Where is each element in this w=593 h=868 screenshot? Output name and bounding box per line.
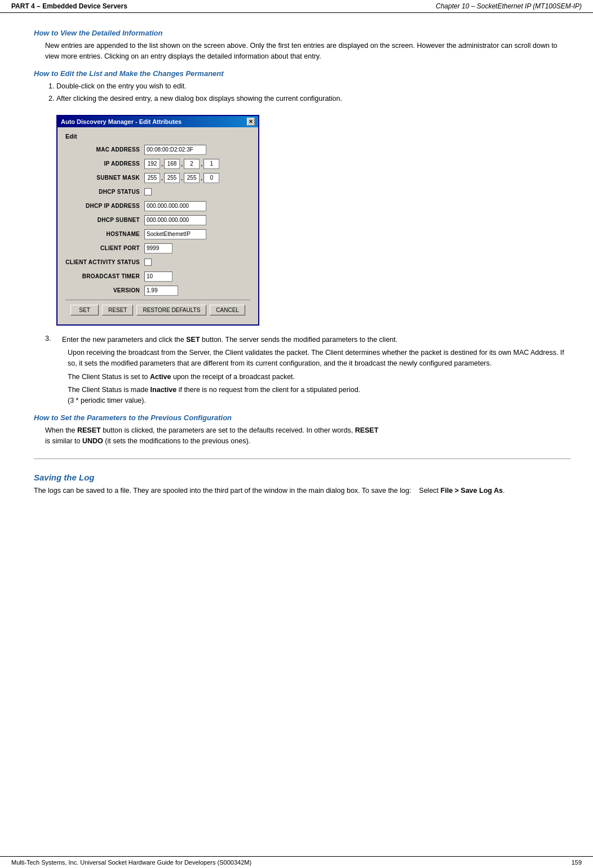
version-label: VERSION: [65, 287, 144, 293]
hostname-label: HOSTNAME: [65, 231, 144, 237]
step3-intro: Enter the new parameters and click the: [62, 336, 184, 344]
ip-sep3: .: [200, 161, 203, 167]
step3-para2-post: upon the receipt of a broadcast packet.: [173, 373, 295, 381]
reset-button[interactable]: RESET: [102, 305, 133, 315]
client-port-input[interactable]: [144, 243, 172, 253]
client-port-label: CLIENT PORT: [65, 245, 144, 251]
subnet-octet3-input[interactable]: [184, 173, 200, 183]
section2-heading: How to Edit the List and Make the Change…: [34, 69, 570, 78]
mac-address-label: MAC ADDRESS: [65, 146, 144, 153]
section3-body-pre: When the: [45, 426, 76, 434]
dialog-screenshot-container: Auto Discovery Manager - Edit Attributes…: [56, 115, 259, 326]
dialog-close-button[interactable]: ✕: [247, 118, 255, 126]
mac-address-row: MAC ADDRESS: [65, 144, 250, 155]
dhcp-ip-row: DHCP IP ADDRESS: [65, 201, 250, 212]
section3-body-post: is similar to: [45, 437, 81, 445]
dialog-edit-label: Edit: [65, 133, 250, 140]
subnet-octet4-input[interactable]: [203, 173, 219, 183]
mac-address-input[interactable]: [144, 145, 206, 155]
subnet-octet2-input[interactable]: [164, 173, 180, 183]
subnet-octet1-input[interactable]: [144, 173, 160, 183]
header-left: PART 4 – Embedded Device Servers: [11, 2, 127, 10]
ip-octet2-input[interactable]: [164, 159, 180, 169]
dialog-buttons-row: SET RESET RESTORE DEFAULTS CANCEL: [65, 300, 250, 319]
dhcp-status-checkbox[interactable]: [144, 188, 152, 195]
ip-octet3-input[interactable]: [184, 159, 200, 169]
dhcp-subnet-row: DHCP SUBNET: [65, 215, 250, 226]
dialog-body: Edit MAC ADDRESS IP ADDRESS . .: [57, 127, 258, 324]
step3-active-bold: Active: [150, 373, 171, 381]
ip-address-row: IP ADDRESS . . .: [65, 158, 250, 170]
section3-heading: How to Set the Parameters to the Previou…: [34, 413, 570, 422]
step3-para3-sub: (3 * periodic timer value).: [68, 397, 146, 404]
dhcp-subnet-label: DHCP SUBNET: [65, 217, 144, 223]
dialog-title: Auto Discovery Manager - Edit Attributes: [61, 118, 182, 125]
step3-content: Enter the new parameters and click the S…: [62, 335, 397, 345]
section3-undo-bold: UNDO: [82, 437, 103, 445]
step3-inactive-bold: Inactive: [151, 386, 177, 394]
section4-body2-post: .: [503, 487, 505, 495]
cancel-button[interactable]: CANCEL: [210, 305, 245, 315]
step1-text: Double-click on the entry you wish to ed…: [56, 81, 570, 92]
ip-octet4-input[interactable]: [203, 159, 219, 169]
hostname-row: HOSTNAME: [65, 229, 250, 240]
hostname-input[interactable]: [144, 229, 206, 239]
ip-sep1: .: [160, 161, 164, 167]
broadcast-timer-input[interactable]: [144, 271, 172, 282]
subnet-sep1: .: [160, 175, 164, 181]
version-row: VERSION: [65, 285, 250, 296]
ip-octet1-input[interactable]: [144, 159, 160, 169]
section4-body1-text: The logs can be saved to a file. They ar…: [34, 487, 411, 495]
step3-cont: button. The server sends the modified pa…: [202, 336, 397, 344]
section1-body: New entries are appended to the list sho…: [45, 41, 570, 63]
section3-reset-bold: RESET: [77, 426, 101, 434]
restore-defaults-button[interactable]: RESTORE DEFAULTS: [136, 305, 206, 315]
dhcp-ip-input[interactable]: [144, 201, 206, 211]
client-activity-row: CLIENT ACTIVITY STATUS: [65, 257, 250, 268]
subnet-mask-label: SUBNET MASK: [65, 175, 144, 181]
client-activity-checkbox[interactable]: [144, 259, 152, 266]
subnet-mask-row: SUBNET MASK . . .: [65, 172, 250, 184]
section3-body-end: (it sets the modifications to the previo…: [105, 437, 250, 445]
set-button[interactable]: SET: [70, 305, 99, 315]
subnet-sep2: .: [180, 175, 184, 181]
dhcp-subnet-input[interactable]: [144, 215, 206, 225]
section3-reset2-bold: RESET: [355, 426, 379, 434]
step3-para3-pre: The Client Status is made: [68, 386, 148, 394]
section4-body1: The logs can be saved to a file. They ar…: [34, 486, 570, 496]
section4-body2-pre: Select: [419, 487, 439, 495]
section-divider: [34, 459, 570, 459]
dialog-window: Auto Discovery Manager - Edit Attributes…: [56, 115, 259, 326]
subnet-sep3: .: [200, 175, 203, 181]
step3-para3: The Client Status is made Inactive if th…: [68, 385, 570, 407]
step3-para2-pre: The Client Status is set to: [68, 373, 148, 381]
ip-sep2: .: [180, 161, 184, 167]
dialog-titlebar: Auto Discovery Manager - Edit Attributes…: [57, 116, 258, 127]
broadcast-timer-label: BROADCAST TIMER: [65, 273, 144, 279]
section4-file-save-bold: File > Save Log As: [441, 487, 503, 495]
section4-heading: Saving the Log: [34, 473, 570, 482]
section3-body-mid: button is clicked, the parameters are se…: [103, 426, 353, 434]
step3-row: 3. Enter the new parameters and click th…: [45, 335, 570, 345]
version-input[interactable]: [144, 286, 178, 296]
step3-para1: Upon receiving the broadcast from the Se…: [68, 348, 570, 370]
header-right: Chapter 10 – SocketEthernet IP (MT100SEM…: [436, 2, 582, 10]
client-port-row: CLIENT PORT: [65, 243, 250, 254]
broadcast-timer-row: BROADCAST TIMER: [65, 271, 250, 282]
footer-right: 159: [572, 859, 582, 866]
step3-para3-post: if there is no request from the client f…: [179, 386, 360, 394]
step2-text: After clicking the desired entry, a new …: [56, 94, 570, 104]
footer-left: Multi-Tech Systems, Inc. Universal Socke…: [11, 859, 251, 866]
step3-number: 3.: [45, 335, 62, 345]
client-activity-label: CLIENT ACTIVITY STATUS: [65, 259, 144, 265]
section3-body: When the RESET button is clicked, the pa…: [45, 425, 570, 447]
section1-heading: How to View the Detailed Information: [34, 29, 570, 37]
ip-address-label: IP ADDRESS: [65, 161, 144, 167]
dhcp-status-row: DHCP STATUS: [65, 186, 250, 198]
dhcp-ip-label: DHCP IP ADDRESS: [65, 203, 144, 209]
step3-set-bold: SET: [186, 336, 200, 344]
step3-para2: The Client Status is set to Active upon …: [68, 372, 570, 382]
dhcp-status-label: DHCP STATUS: [65, 189, 144, 195]
